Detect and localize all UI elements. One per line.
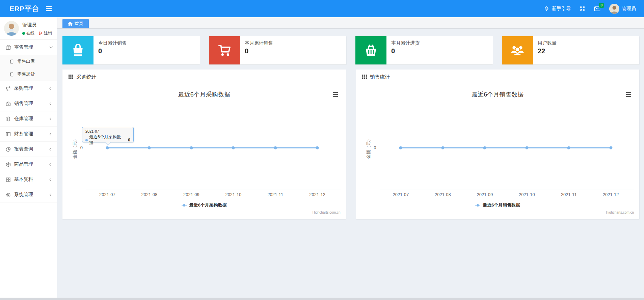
sidebar-item-retail-management[interactable]: 零售管理 (0, 40, 57, 55)
avatar (4, 21, 19, 36)
chevron-left-icon (50, 117, 53, 120)
user-menu[interactable]: 管理员 (609, 4, 636, 14)
x-axis-label: 2021-11 (561, 192, 577, 197)
tooltip-series-label: 最近6个月采购数据: (89, 134, 126, 146)
online-status-label: 在线 (26, 30, 34, 36)
chart-tooltip: 2021-07 最近6个月采购数据: 0 (82, 127, 134, 142)
repeat-icon (5, 86, 11, 91)
tooltip-value: 0 (128, 138, 130, 142)
fullscreen-button[interactable] (580, 6, 585, 11)
chevron-left-icon (50, 102, 53, 105)
sidebar-item-basic-data[interactable]: 基本资料 (0, 172, 57, 187)
briefcase-icon (5, 101, 11, 107)
chevron-left-icon (50, 193, 53, 196)
data-point[interactable] (609, 146, 612, 149)
data-point[interactable] (232, 146, 235, 149)
stat-value: 0 (245, 47, 273, 55)
data-point[interactable] (441, 146, 444, 149)
legend-item[interactable]: 最近6个月销售数据 (356, 202, 640, 208)
grid-icon (5, 177, 11, 183)
stat-label: 本月累计进货 (391, 40, 420, 46)
sidebar-item-retail-outbound[interactable]: 零售出库 (0, 55, 57, 68)
sidebar-menu: 零售管理 零售出库 零售退货 采购管理 (0, 40, 57, 202)
x-axis-label: 2021-07 (99, 192, 115, 197)
sidebar-item-report-query[interactable]: 报表查询 (0, 142, 57, 157)
sidebar: 管理员 在线 注销 零售管理 零售出库 (0, 17, 57, 300)
x-axis-label: 2021-10 (519, 192, 535, 197)
ledger-icon (5, 131, 11, 137)
sales-stats-panel: 销售统计 最近6个月销售数据 0 金额（元） 2021-072021-08202… (356, 70, 640, 219)
journal-icon (9, 72, 15, 77)
legend-item[interactable]: 最近6个月采购数据 (62, 202, 346, 208)
stat-label: 今日累计销售 (98, 40, 127, 46)
purchase-chart: 最近6个月采购数据 0 金额（元） 2021-072021-082021-092… (62, 84, 346, 219)
shopping-bag-icon (62, 36, 93, 64)
top-navbar: ERP平台 新手引导 0 (0, 0, 644, 17)
horizontal-scrollbar[interactable] (0, 298, 644, 300)
y-axis-title: 金额（元） (72, 137, 78, 159)
sidebar-item-sales-management[interactable]: 销售管理 (0, 96, 57, 111)
legend-marker-icon (182, 204, 187, 207)
plot-area: 2021-072021-082021-092021-102021-112021-… (380, 84, 634, 219)
tooltip-series-marker (85, 139, 88, 141)
panel-header: 销售统计 (356, 70, 640, 84)
data-point[interactable] (148, 146, 151, 149)
stat-value: 0 (98, 47, 127, 55)
x-axis-label: 2021-07 (393, 192, 409, 197)
guide-button[interactable]: 新手引导 (544, 6, 571, 12)
stat-value: 0 (391, 47, 420, 55)
main-content: 首页 今日累计销售 0 本月累计销售 0 (57, 17, 644, 300)
sidebar-item-retail-return[interactable]: 零售退货 (0, 68, 57, 81)
data-point[interactable] (274, 146, 277, 149)
series-line (107, 147, 317, 148)
chevron-left-icon (50, 147, 53, 151)
highcharts-credits-link[interactable]: Highcharts.com.cn (313, 211, 341, 214)
panel-title: 采购统计 (76, 74, 97, 80)
sidebar-item-product-management[interactable]: 商品管理 (0, 157, 57, 172)
sidebar-item-system-management[interactable]: 系统管理 (0, 187, 57, 202)
x-axis-line (380, 190, 634, 190)
data-point[interactable] (525, 146, 528, 149)
home-icon (68, 22, 73, 26)
data-point[interactable] (316, 146, 319, 149)
x-axis-label: 2021-11 (267, 192, 283, 197)
th-grid-icon (362, 75, 367, 79)
x-axis-label: 2021-09 (477, 192, 493, 197)
data-point[interactable] (106, 146, 109, 149)
app-brand[interactable]: ERP平台 (0, 4, 39, 13)
messages-button[interactable]: 0 (594, 6, 600, 11)
stat-cards-row: 今日累计销售 0 本月累计销售 0 本月累计进货 0 (62, 36, 639, 64)
chevron-left-icon (50, 163, 53, 166)
tooltip-date: 2021-07 (85, 129, 130, 133)
purchase-stats-panel: 采购统计 最近6个月采购数据 0 金额（元） 2021-072021-08202… (62, 70, 346, 219)
data-point[interactable] (190, 146, 193, 149)
chevron-down-icon (50, 45, 53, 49)
sidebar-item-finance-management[interactable]: 财务管理 (0, 127, 57, 142)
series-line (401, 147, 611, 148)
legend-marker-icon (475, 204, 480, 207)
stat-card-user-count: 用户数量 22 (502, 36, 639, 64)
x-axis-label: 2021-12 (309, 192, 325, 197)
highcharts-credits-link[interactable]: Highcharts.com.cn (606, 211, 634, 214)
data-point[interactable] (483, 146, 486, 149)
message-count-badge: 0 (599, 3, 604, 8)
x-axis-label: 2021-10 (225, 192, 241, 197)
online-status-icon (22, 32, 25, 35)
stat-card-month-purchase: 本月累计进货 0 (355, 36, 493, 64)
x-axis-label: 2021-08 (141, 192, 157, 197)
retail-submenu: 零售出库 零售退货 (0, 55, 57, 81)
data-point[interactable] (567, 146, 570, 149)
tab-home[interactable]: 首页 (62, 19, 89, 28)
logout-button[interactable]: 注销 (38, 30, 52, 36)
hamburger-icon[interactable] (46, 6, 52, 11)
x-axis-line (86, 190, 341, 190)
sales-chart: 最近6个月销售数据 0 金额（元） 2021-072021-082021-092… (356, 84, 640, 219)
data-point[interactable] (399, 146, 402, 149)
plot-area: 2021-072021-082021-092021-102021-112021-… (86, 84, 341, 219)
sidebar-item-warehouse-management[interactable]: 仓库管理 (0, 111, 57, 127)
gift-icon (5, 45, 11, 50)
x-axis-label: 2021-08 (435, 192, 451, 197)
gear-icon (5, 192, 11, 198)
sidebar-item-purchase-management[interactable]: 采购管理 (0, 81, 57, 96)
avatar (609, 4, 619, 14)
